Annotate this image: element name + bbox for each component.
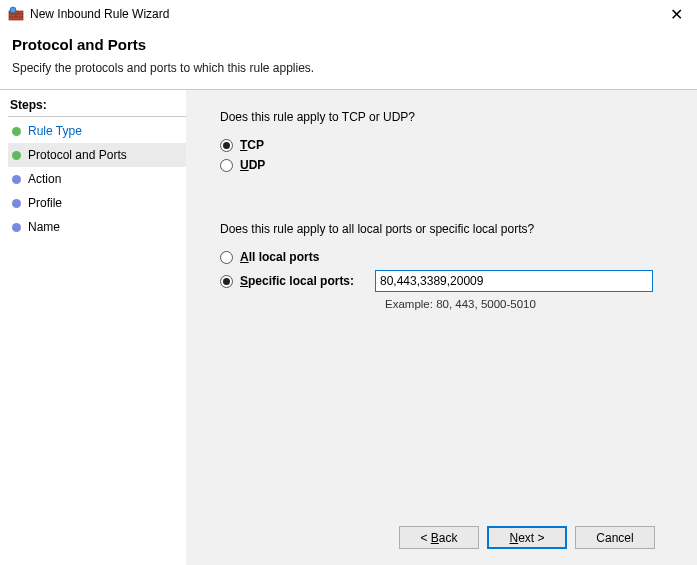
step-label: Profile: [28, 196, 62, 210]
step-bullet-icon: [12, 223, 21, 232]
protocol-question: Does this rule apply to TCP or UDP?: [220, 110, 673, 124]
radio-label-tcp: TCP: [240, 138, 264, 152]
steps-heading: Steps:: [8, 98, 186, 117]
wizard-header: Protocol and Ports Specify the protocols…: [0, 26, 697, 89]
radio-input-specific-ports[interactable]: [220, 275, 233, 288]
step-protocol-and-ports[interactable]: Protocol and Ports: [8, 143, 186, 167]
radio-input-tcp[interactable]: [220, 139, 233, 152]
window-title: New Inbound Rule Wizard: [30, 7, 169, 21]
cancel-button[interactable]: Cancel: [575, 526, 655, 549]
page-title: Protocol and Ports: [12, 36, 685, 53]
radio-udp[interactable]: UDP: [220, 158, 673, 172]
main-body: Does this rule apply to TCP or UDP? TCP …: [220, 110, 673, 512]
step-action[interactable]: Action: [8, 167, 186, 191]
step-label: Rule Type: [28, 124, 82, 138]
page-subtitle: Specify the protocols and ports to which…: [12, 61, 685, 75]
back-button[interactable]: < Back: [399, 526, 479, 549]
firewall-icon: [8, 6, 24, 22]
step-bullet-icon: [12, 199, 21, 208]
step-label: Protocol and Ports: [28, 148, 127, 162]
ports-question: Does this rule apply to all local ports …: [220, 222, 673, 236]
step-rule-type[interactable]: Rule Type: [8, 119, 186, 143]
radio-label-all-ports: All local ports: [240, 250, 319, 264]
radio-tcp[interactable]: TCP: [220, 138, 673, 152]
step-bullet-icon: [12, 127, 21, 136]
radio-specific-local-ports[interactable]: Specific local ports:: [220, 270, 673, 292]
next-button[interactable]: Next >: [487, 526, 567, 549]
step-label: Name: [28, 220, 60, 234]
steps-sidebar: Steps: Rule Type Protocol and Ports Acti…: [0, 90, 186, 565]
ports-example: Example: 80, 443, 5000-5010: [385, 298, 673, 310]
main-panel: Does this rule apply to TCP or UDP? TCP …: [186, 90, 697, 565]
step-profile[interactable]: Profile: [8, 191, 186, 215]
step-label: Action: [28, 172, 61, 186]
step-name[interactable]: Name: [8, 215, 186, 239]
titlebar: New Inbound Rule Wizard ✕: [0, 0, 697, 26]
radio-label-specific-ports: Specific local ports:: [240, 274, 354, 288]
radio-label-udp: UDP: [240, 158, 265, 172]
close-icon[interactable]: ✕: [664, 5, 689, 24]
titlebar-left: New Inbound Rule Wizard: [8, 6, 169, 22]
step-bullet-icon: [12, 175, 21, 184]
svg-point-6: [10, 7, 16, 13]
specific-ports-input[interactable]: [375, 270, 653, 292]
radio-all-local-ports[interactable]: All local ports: [220, 250, 673, 264]
wizard-footer: < Back Next > Cancel: [220, 512, 673, 565]
step-bullet-icon: [12, 151, 21, 160]
radio-input-all-ports[interactable]: [220, 251, 233, 264]
content-area: Steps: Rule Type Protocol and Ports Acti…: [0, 90, 697, 565]
radio-input-udp[interactable]: [220, 159, 233, 172]
